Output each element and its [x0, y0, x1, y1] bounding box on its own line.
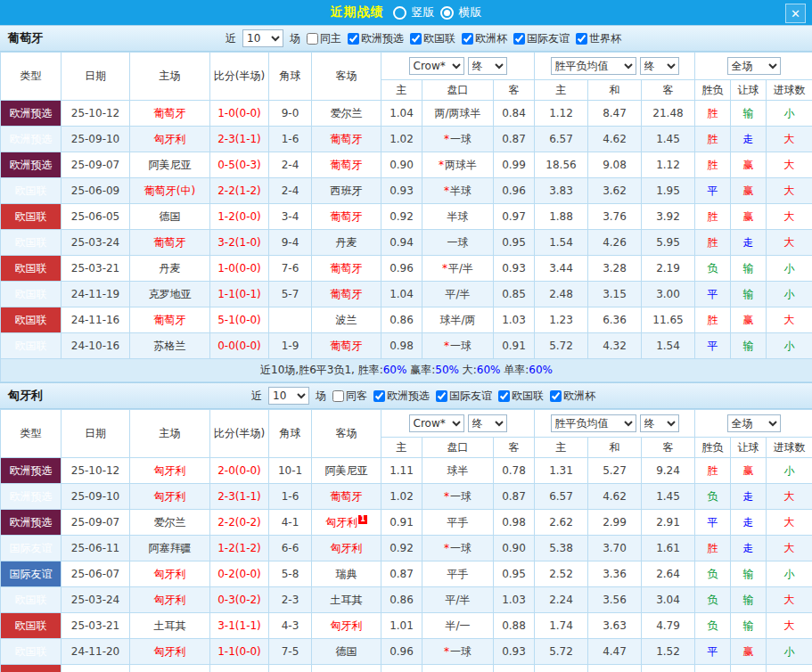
- handicap-result: 赢: [731, 458, 767, 484]
- competition-filter[interactable]: 同客: [332, 389, 367, 404]
- competition-filter[interactable]: 同主: [307, 31, 341, 46]
- match-row: 欧洲预选25-09-10匈牙利2-3(1-1)1-6葡萄牙1.02*一球0.87…: [1, 484, 812, 510]
- win-lose-result: 负: [695, 561, 731, 587]
- competition-checkbox[interactable]: [307, 33, 318, 45]
- handicap-text: 平/半: [445, 288, 470, 300]
- avg-home: 6.57: [535, 484, 588, 510]
- goals-result: 大: [767, 230, 812, 256]
- match-date: 24-11-17: [62, 665, 130, 672]
- home-team: 匈牙利: [130, 484, 210, 510]
- handicap: 平手: [422, 510, 494, 536]
- home-odds: 0.96: [381, 256, 422, 282]
- competition-filter[interactable]: 欧洲杯: [550, 389, 595, 404]
- away-odds: 0.95: [494, 230, 535, 256]
- match-date: 24-11-20: [62, 639, 130, 665]
- close-button[interactable]: ✕: [785, 4, 806, 23]
- vertical-layout-label[interactable]: 竖版: [412, 4, 435, 20]
- competition-checkbox[interactable]: [410, 33, 422, 45]
- match-row: 欧洲预选25-10-12匈牙利2-0(0-0)10-1阿美尼亚1.11球半0.7…: [1, 458, 812, 484]
- home-odds: 1.04: [381, 101, 422, 127]
- competition-filter[interactable]: 欧国联: [498, 389, 544, 404]
- match-count-select[interactable]: 10: [242, 29, 283, 47]
- handicap-star: *: [439, 159, 444, 171]
- summary-segment: 60%: [383, 364, 407, 376]
- scope-dropdown-cell: 全场: [695, 53, 812, 80]
- competition-checkbox[interactable]: [348, 33, 359, 45]
- competition-filter[interactable]: 国际友谊: [513, 31, 570, 46]
- competition-type: 欧国联: [1, 204, 62, 230]
- competition-checkbox[interactable]: [436, 390, 447, 402]
- competition-filter[interactable]: 欧洲预选: [373, 389, 430, 404]
- match-date: 25-06-09: [62, 178, 130, 204]
- goals-result: 大: [767, 613, 812, 639]
- handicap-result: 输: [731, 665, 767, 672]
- competition-checkbox[interactable]: [462, 33, 473, 45]
- column-header: 角球: [269, 53, 312, 101]
- away-odds: 0.88: [494, 613, 535, 639]
- match-date: 24-11-16: [62, 307, 130, 333]
- column-header: 主场: [130, 53, 210, 101]
- avg-select[interactable]: 胜平负均值: [551, 414, 636, 432]
- horizontal-layout-label[interactable]: 横版: [459, 4, 482, 20]
- match-score: 1-0(0-0): [210, 101, 269, 127]
- competition-filter[interactable]: 欧洲杯: [462, 31, 507, 46]
- filter-controls: 近10场同主欧洲预选欧国联欧洲杯国际友谊世界杯: [43, 29, 804, 47]
- scope-select[interactable]: 全场: [727, 57, 781, 75]
- competition-checkbox[interactable]: [373, 390, 385, 402]
- recent-results-panel: 近期战绩 竖版 横版 ✕ 葡萄牙近10场同主欧洲预选欧国联欧洲杯国际友谊世界杯类…: [0, 0, 812, 672]
- odds-source-select[interactable]: Crow*: [409, 57, 464, 75]
- avg-draw: 3.62: [588, 178, 642, 204]
- win-lose-result: 胜: [695, 152, 731, 178]
- away-odds: 0.93: [494, 256, 535, 282]
- competition-checkbox-label: 同客: [346, 389, 367, 404]
- odds-source-select[interactable]: Crow*: [409, 414, 464, 432]
- competition-checkbox-label: 同主: [320, 31, 341, 46]
- handicap-result: 赢: [731, 307, 767, 333]
- home-team: 阿塞拜疆: [130, 536, 210, 561]
- handicap: 球半: [422, 458, 494, 484]
- competition-checkbox[interactable]: [550, 390, 562, 402]
- handicap-text: 半球: [447, 210, 469, 223]
- competition-filter[interactable]: 国际友谊: [436, 389, 492, 404]
- horizontal-layout-radio[interactable]: [440, 6, 454, 20]
- competition-checkbox[interactable]: [498, 390, 510, 402]
- avg-away: 1.95: [642, 178, 695, 204]
- handicap-text: 一球: [450, 133, 472, 145]
- competition-filter[interactable]: 欧洲预选: [348, 31, 404, 46]
- handicap-star: *: [444, 490, 449, 503]
- competition-filter[interactable]: 世界杯: [576, 31, 621, 46]
- competition-checkbox[interactable]: [513, 33, 525, 45]
- goals-result: 小: [767, 639, 812, 665]
- match-count-select[interactable]: 10: [268, 387, 309, 405]
- subcolumn-header: 胜负: [695, 438, 731, 458]
- competition-type: 欧洲预选: [1, 127, 62, 152]
- avg-final-select[interactable]: 终: [640, 414, 679, 432]
- odds-final-select[interactable]: 终: [468, 57, 507, 75]
- odds-final-select[interactable]: 终: [468, 414, 507, 432]
- win-lose-result: 平: [695, 639, 731, 665]
- match-row: 欧洲预选25-09-07阿美尼亚0-5(0-3)2-4葡萄牙0.90*两球半0.…: [1, 152, 812, 178]
- handicap-text: 一球: [450, 542, 472, 554]
- avg-home: 1.54: [535, 230, 588, 256]
- away-odds: 0.91: [494, 333, 535, 359]
- win-lose-result: 负: [695, 484, 731, 510]
- avg-final-select[interactable]: 终: [640, 57, 679, 75]
- avg-draw: 4.32: [588, 333, 642, 359]
- competition-checkbox[interactable]: [332, 390, 344, 402]
- vertical-layout-radio[interactable]: [393, 6, 406, 20]
- match-score: 3-1(1-1): [210, 613, 269, 639]
- competition-type: 国际友谊: [1, 536, 62, 561]
- avg-select[interactable]: 胜平负均值: [551, 57, 636, 75]
- away-team: 葡萄牙: [312, 256, 381, 282]
- handicap: 半/一: [422, 613, 494, 639]
- home-team: 匈牙利: [130, 127, 210, 152]
- avg-home: 2.52: [535, 561, 588, 587]
- avg-away: 1.45: [642, 127, 695, 152]
- away-team: 阿美尼亚: [312, 458, 381, 484]
- handicap-star: *: [444, 133, 449, 145]
- filter-controls: 近10场同客欧洲预选国际友谊欧国联欧洲杯: [43, 387, 804, 405]
- competition-filter[interactable]: 欧国联: [410, 31, 455, 46]
- scope-select[interactable]: 全场: [727, 414, 781, 432]
- home-odds: 0.91: [381, 510, 422, 536]
- competition-checkbox[interactable]: [576, 33, 587, 45]
